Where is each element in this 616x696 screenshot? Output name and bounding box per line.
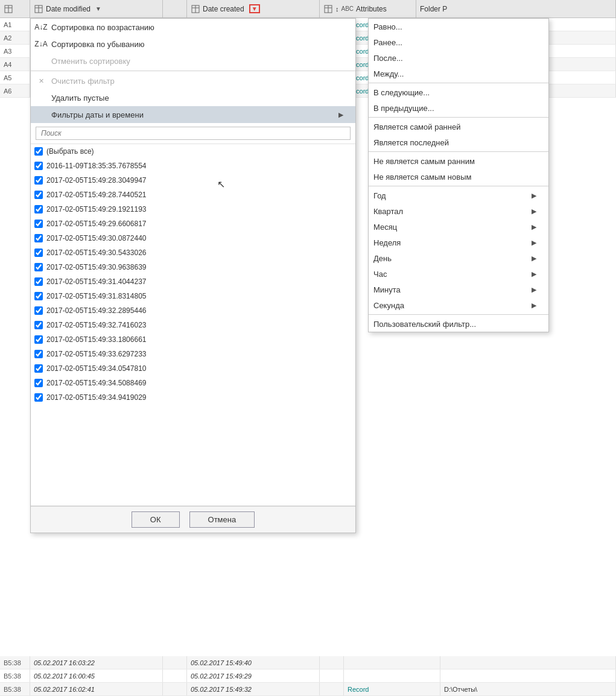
clear-filter-item: ✕ Очистить фильтр: [31, 72, 355, 89]
checkbox-item[interactable]: 2017-02-05T15:49:33.1806661: [31, 332, 355, 347]
sort-asc-item[interactable]: A↓Z Сортировка по возрастанию: [31, 19, 355, 36]
checkbox-d4[interactable]: [34, 205, 43, 214]
checkbox-d12[interactable]: [34, 321, 43, 329]
attributes-sort-icon: ↕: [335, 5, 339, 13]
row-num-cell: A3: [0, 45, 30, 57]
checkbox-d12-label: 2017-02-05T15:49:32.7416023: [46, 321, 146, 329]
checkbox-d3[interactable]: [34, 191, 43, 199]
remove-empty-item[interactable]: Удалить пустые: [31, 89, 355, 106]
checkbox-item[interactable]: 2017-02-05T15:49:31.8314805: [31, 289, 355, 303]
submenu-sep3: [369, 151, 548, 152]
checkbox-d11[interactable]: [34, 306, 43, 315]
checkbox-d8[interactable]: [34, 263, 43, 271]
search-input[interactable]: [36, 127, 351, 140]
table-row: B5:38 05.02.2017 16:03:22 05.02.2017 15:…: [0, 656, 616, 669]
ok-button[interactable]: ОК: [132, 511, 180, 528]
filter-year-item[interactable]: Год ▶: [369, 188, 548, 203]
checkbox-item[interactable]: 2017-02-05T15:49:34.5088469: [31, 376, 355, 390]
checkbox-all[interactable]: [34, 147, 43, 156]
filter-before-item[interactable]: Ранее...: [369, 34, 548, 50]
filter-week-item[interactable]: Неделя ▶: [369, 235, 548, 250]
filter-day-item[interactable]: День ▶: [369, 250, 548, 266]
header-row: Date modified ▼ Date created ▼ ↕ ABC Att…: [0, 0, 616, 18]
cancel-button[interactable]: Отмена: [189, 511, 255, 528]
submenu-arrow-year-icon: ▶: [532, 192, 536, 200]
header-cell-rownum: [0, 0, 30, 17]
date-cre-cell: 05.02.2017 15:49:29: [187, 669, 320, 682]
submenu-arrow-month-icon: ▶: [532, 223, 536, 231]
date-modified-arrow[interactable]: ▼: [95, 5, 101, 12]
date-filter-item[interactable]: Фильтры даты и времени ▶: [31, 106, 355, 123]
checkbox-item[interactable]: 2017-02-05T15:49:28.3049947: [31, 173, 355, 188]
header-cell-date-created[interactable]: Date created ▼: [187, 0, 320, 17]
checkbox-list[interactable]: (Выбрать все) 2016-11-09T18:35:35.767855…: [31, 144, 355, 506]
bottom-rows-area: B5:38 05.02.2017 16:03:22 05.02.2017 15:…: [0, 656, 616, 696]
checkbox-d15[interactable]: [34, 364, 43, 373]
checkbox-d13[interactable]: [34, 335, 43, 344]
checkbox-d14[interactable]: [34, 350, 43, 358]
filter-quarter-item[interactable]: Квартал ▶: [369, 203, 548, 219]
search-container: [31, 123, 355, 144]
filter-after-item[interactable]: После...: [369, 50, 548, 66]
checkbox-item[interactable]: 2017-02-05T15:49:30.9638639: [31, 260, 355, 274]
table-row: B5:38 05.02.2017 16:00:45 05.02.2017 15:…: [0, 669, 616, 683]
attr-cell: [344, 669, 440, 682]
filter-custom-item[interactable]: Пользовательский фильтр...: [369, 316, 548, 332]
checkbox-item[interactable]: 2017-02-05T15:49:32.7416023: [31, 318, 355, 332]
checkbox-d6[interactable]: [34, 234, 43, 242]
date-created-label: Date created: [203, 5, 244, 13]
checkbox-d2[interactable]: [34, 176, 43, 185]
checkbox-d2-label: 2017-02-05T15:49:28.3049947: [46, 176, 146, 185]
sort-desc-label: Сортировка по убыванию: [51, 40, 144, 49]
checkbox-d10[interactable]: [34, 292, 43, 300]
checkbox-d17[interactable]: [34, 393, 43, 402]
filter-quarter-label: Квартал: [373, 207, 403, 216]
filter-between-label: Между...: [373, 69, 404, 78]
checkbox-d16[interactable]: [34, 379, 43, 387]
checkbox-item[interactable]: 2017-02-05T15:49:30.5433026: [31, 245, 355, 260]
checkbox-item[interactable]: 2017-02-05T15:49:33.6297233: [31, 347, 355, 361]
checkbox-item[interactable]: 2017-02-05T15:49:29.6606817: [31, 217, 355, 231]
filter-next-item[interactable]: В следующие...: [369, 84, 548, 100]
checkbox-d9[interactable]: [34, 277, 43, 286]
header-cell-gap1: [163, 0, 187, 17]
checkbox-item[interactable]: 2016-11-09T18:35:35.7678554: [31, 159, 355, 173]
filter-not-earliest-item[interactable]: Не является самым ранним: [369, 153, 548, 169]
filter-hour-item[interactable]: Час ▶: [369, 266, 548, 282]
checkbox-item[interactable]: 2017-02-05T15:49:30.0872440: [31, 231, 355, 245]
submenu-arrow-second-icon: ▶: [532, 302, 536, 309]
submenu-arrow-hour-icon: ▶: [532, 270, 536, 278]
filter-minute-label: Минута: [373, 285, 401, 294]
checkbox-d7[interactable]: [34, 248, 43, 257]
filter-month-item[interactable]: Месяц ▶: [369, 219, 548, 235]
checkbox-d3-label: 2017-02-05T15:49:28.7440521: [46, 191, 146, 199]
filter-latest-item[interactable]: Является последней: [369, 134, 548, 150]
header-cell-date-modified[interactable]: Date modified ▼: [30, 0, 163, 17]
table-icon-date-cre: [191, 4, 200, 14]
filter-not-latest-item[interactable]: Не является самым новым: [369, 169, 548, 185]
filter-between-item[interactable]: Между...: [369, 66, 548, 81]
filter-minute-item[interactable]: Минута ▶: [369, 282, 548, 297]
checkbox-all-item[interactable]: (Выбрать все): [31, 144, 355, 159]
filter-prev-item[interactable]: В предыдущие...: [369, 100, 548, 116]
checkbox-d8-label: 2017-02-05T15:49:30.9638639: [46, 263, 146, 271]
checkbox-item[interactable]: 2017-02-05T15:49:31.4044237: [31, 274, 355, 289]
checkbox-item[interactable]: 2017-02-05T15:49:34.9419029: [31, 390, 355, 405]
header-cell-attributes[interactable]: ↕ ABC Attributes: [320, 0, 416, 17]
gap2-cell: [320, 683, 344, 695]
header-cell-folder[interactable]: Folder P: [416, 0, 616, 17]
gap1-cell: [163, 656, 187, 669]
checkbox-item[interactable]: 2017-02-05T15:49:32.2895446: [31, 303, 355, 318]
date-created-arrow[interactable]: ▼: [249, 4, 260, 13]
checkbox-item[interactable]: 2017-02-05T15:49:29.1921193: [31, 202, 355, 217]
checkbox-d5[interactable]: [34, 220, 43, 228]
filter-eq-item[interactable]: Равно...: [369, 19, 548, 34]
date-mod-cell: 05.02.2017 16:02:41: [30, 683, 163, 695]
filter-second-item[interactable]: Секунда ▶: [369, 297, 548, 313]
sort-desc-item[interactable]: Z↓A Сортировка по убыванию: [31, 36, 355, 52]
filter-earliest-item[interactable]: Является самой ранней: [369, 119, 548, 134]
checkbox-item[interactable]: 2017-02-05T15:49:34.0547810: [31, 361, 355, 376]
checkbox-item[interactable]: 2017-02-05T15:49:28.7440521: [31, 188, 355, 202]
filter-year-label: Год: [373, 191, 386, 200]
checkbox-d1[interactable]: [34, 162, 43, 170]
